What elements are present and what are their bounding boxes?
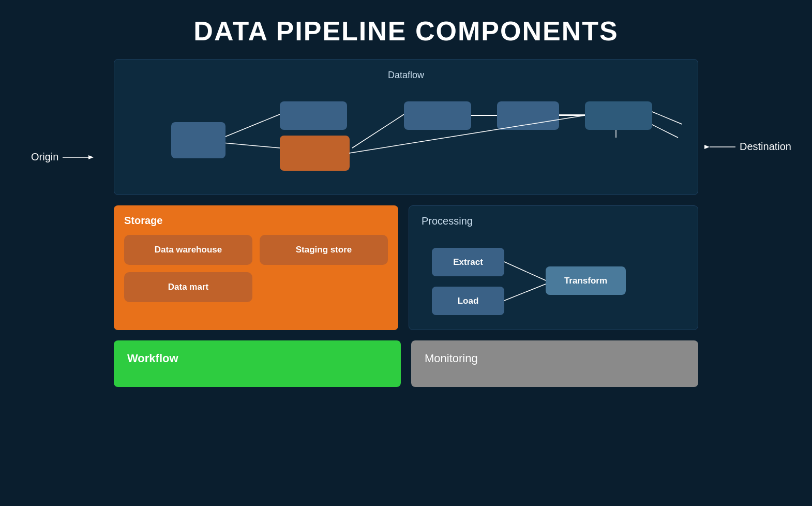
origin-text: Origin xyxy=(31,151,58,163)
svg-line-13 xyxy=(504,262,546,280)
dataflow-panel: Dataflow xyxy=(114,59,698,195)
monitoring-panel: Monitoring xyxy=(411,340,698,387)
flow-chain-box-2 xyxy=(497,101,559,130)
workflow-panel: Workflow xyxy=(114,340,401,387)
svg-line-5 xyxy=(223,143,280,148)
destination-text: Destination xyxy=(740,141,791,153)
svg-line-8 xyxy=(352,114,404,148)
dataflow-diagram xyxy=(130,91,682,179)
monitoring-title: Monitoring xyxy=(425,352,478,365)
bottom-panels: Workflow Monitoring xyxy=(114,340,698,387)
storage-item-warehouse: Data warehouse xyxy=(124,235,252,265)
svg-line-12 xyxy=(652,112,682,138)
svg-line-4 xyxy=(223,114,280,138)
workflow-title: Workflow xyxy=(127,352,178,365)
chain-line-1 xyxy=(471,115,497,116)
svg-line-14 xyxy=(504,284,546,301)
storage-panel: Storage Data warehouse Staging store Dat… xyxy=(114,205,398,330)
transform-box: Transform xyxy=(546,266,626,295)
load-box: Load xyxy=(432,287,504,315)
chain-line-2 xyxy=(559,115,585,116)
origin-label: Origin xyxy=(31,151,94,163)
destination-label: Destination xyxy=(704,141,791,153)
flow-chain-box-1 xyxy=(404,101,471,130)
origin-arrow-svg xyxy=(63,153,94,161)
flow-end-box xyxy=(585,101,652,130)
page-title: DATA PIPELINE COMPONENTS xyxy=(193,16,618,47)
storage-item-staging: Staging store xyxy=(260,235,388,265)
storage-grid: Data warehouse Staging store Data mart xyxy=(124,235,388,302)
flow-upper-box xyxy=(280,101,347,130)
extract-box: Extract xyxy=(432,248,504,276)
storage-title: Storage xyxy=(124,215,388,227)
middle-panels: Storage Data warehouse Staging store Dat… xyxy=(114,205,698,330)
processing-panel: Processing Extract Load Transform xyxy=(409,205,698,330)
processing-diagram: Extract Load Transform xyxy=(422,237,685,320)
svg-marker-1 xyxy=(88,155,94,159)
svg-marker-3 xyxy=(704,145,710,149)
dataflow-title: Dataflow xyxy=(130,70,682,81)
destination-arrow-svg xyxy=(704,143,735,151)
processing-title: Processing xyxy=(422,215,685,227)
flow-orange-box xyxy=(280,136,350,171)
flow-start-box xyxy=(171,122,225,158)
storage-item-mart: Data mart xyxy=(124,272,252,302)
